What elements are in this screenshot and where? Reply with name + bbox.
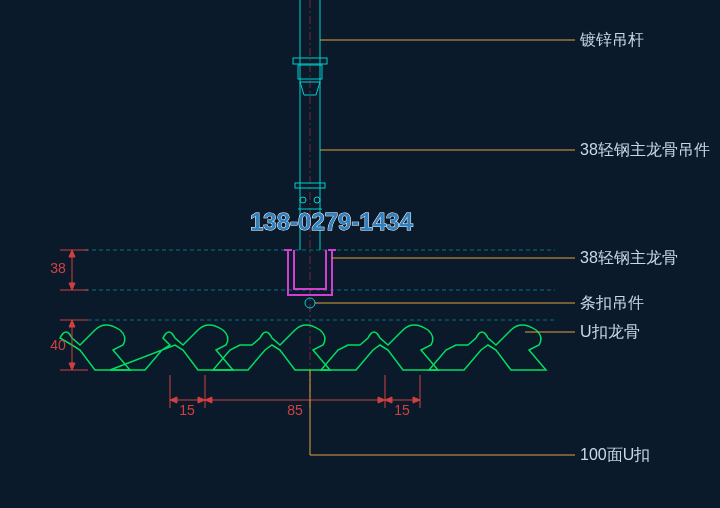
watermark: 138-0279-1434 <box>250 208 413 235</box>
label-hanger: 38轻钢主龙骨吊件 <box>580 141 710 158</box>
label-clip: 条扣吊件 <box>580 294 644 311</box>
label-main: 38轻钢主龙骨 <box>580 249 678 266</box>
dim-h15b-text: 15 <box>394 402 410 418</box>
svg-point-7 <box>300 197 306 203</box>
dim-v38-text: 38 <box>50 260 66 276</box>
dim-v40-text: 40 <box>50 337 66 353</box>
dim-h85-text: 85 <box>287 402 303 418</box>
cad-drawing: 38 40 15 85 15 镀锌吊杆 38轻钢主龙骨吊件 38轻钢主龙骨 条扣… <box>0 0 720 508</box>
leader-lines <box>310 40 575 455</box>
label-rod: 镀锌吊杆 <box>579 31 644 48</box>
svg-point-8 <box>314 197 320 203</box>
dim-h15a-text: 15 <box>179 402 195 418</box>
label-ukeel: U扣龙骨 <box>580 323 640 340</box>
u-keel-profile <box>60 325 546 370</box>
label-upanel: 100面U扣 <box>580 446 650 463</box>
